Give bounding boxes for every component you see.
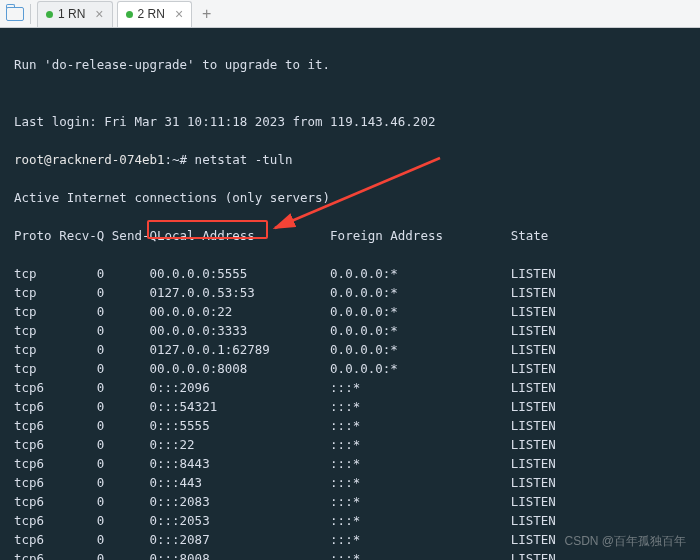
netstat-row: tcp6 0 0:::443 :::* LISTEN: [14, 473, 686, 492]
netstat-row: tcp6 0 0:::22 :::* LISTEN: [14, 435, 686, 454]
close-icon[interactable]: ×: [95, 7, 103, 21]
netstat-row: tcp6 0 0:::2053 :::* LISTEN: [14, 511, 686, 530]
close-icon[interactable]: ×: [175, 7, 183, 21]
netstat-row: tcp6 0 0:::2096 :::* LISTEN: [14, 378, 686, 397]
netstat-row: tcp 0 00.0.0.0:22 0.0.0.0:* LISTEN: [14, 302, 686, 321]
netstat-row: tcp 0 00.0.0.0:8008 0.0.0.0:* LISTEN: [14, 359, 686, 378]
prompt-user: root@racknerd-074eb1: [14, 152, 165, 167]
terminal-output[interactable]: Run 'do-release-upgrade' to upgrade to i…: [0, 28, 700, 560]
prompt-line: root@racknerd-074eb1:~# netstat -tuln: [14, 150, 686, 169]
folder-open-icon[interactable]: [6, 7, 24, 21]
divider: [30, 4, 31, 24]
status-dot-icon: [46, 11, 53, 18]
netstat-row: tcp 0 00.0.0.0:5555 0.0.0.0:* LISTEN: [14, 264, 686, 283]
tab-label: 2 RN: [138, 7, 165, 21]
prompt-rest: :~# netstat -tuln: [165, 152, 293, 167]
netstat-row: tcp 0 0127.0.0.53:53 0.0.0.0:* LISTEN: [14, 283, 686, 302]
netstat-row: tcp6 0 0:::8008 :::* LISTEN: [14, 549, 686, 560]
new-tab-button[interactable]: +: [198, 5, 215, 23]
output-line: Run 'do-release-upgrade' to upgrade to i…: [14, 55, 686, 74]
tab-label: 1 RN: [58, 7, 85, 21]
netstat-row: tcp6 0 0:::2083 :::* LISTEN: [14, 492, 686, 511]
tab-2[interactable]: 2 RN ×: [117, 1, 193, 27]
netstat-row: tcp 0 0127.0.0.1:62789 0.0.0.0:* LISTEN: [14, 340, 686, 359]
netstat-row: tcp 0 00.0.0.0:3333 0.0.0.0:* LISTEN: [14, 321, 686, 340]
netstat-row: tcp6 0 0:::8443 :::* LISTEN: [14, 454, 686, 473]
output-active: Active Internet connections (only server…: [14, 188, 686, 207]
tab-bar: 1 RN × 2 RN × +: [0, 0, 700, 28]
netstat-row: tcp6 0 0:::54321 :::* LISTEN: [14, 397, 686, 416]
tab-1[interactable]: 1 RN ×: [37, 1, 113, 27]
netstat-header: Proto Recv-Q Send-QLocal Address Foreign…: [14, 226, 686, 245]
watermark: CSDN @百年孤独百年: [564, 533, 686, 550]
output-lastlogin: Last login: Fri Mar 31 10:11:18 2023 fro…: [14, 112, 686, 131]
status-dot-icon: [126, 11, 133, 18]
netstat-row: tcp6 0 0:::5555 :::* LISTEN: [14, 416, 686, 435]
